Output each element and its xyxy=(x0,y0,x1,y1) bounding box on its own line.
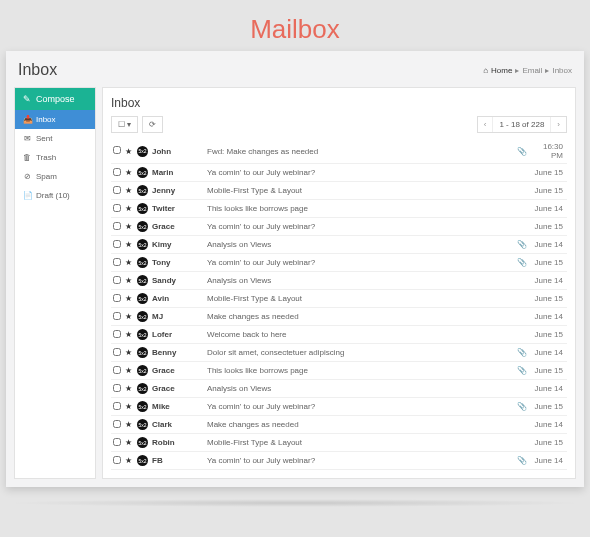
sidebar-item-trash[interactable]: 🗑Trash xyxy=(15,148,95,167)
subject: Mobile-First Type & Layout xyxy=(205,290,515,308)
table-row[interactable]: ★5x2MikeYa comin' to our July webinar?📎J… xyxy=(111,398,567,416)
row-checkbox[interactable] xyxy=(113,438,121,446)
table-row[interactable]: ★5x2FBYa comin' to our July webinar?📎Jun… xyxy=(111,452,567,470)
date: June 14 xyxy=(529,308,567,326)
row-checkbox[interactable] xyxy=(113,366,121,374)
attachment-icon xyxy=(515,434,529,452)
star-icon[interactable]: ★ xyxy=(123,218,135,236)
table-row[interactable]: ★5x2ClarkMake changes as neededJune 14 xyxy=(111,416,567,434)
star-icon[interactable]: ★ xyxy=(123,164,135,182)
row-checkbox[interactable] xyxy=(113,330,121,338)
row-checkbox[interactable] xyxy=(113,456,121,464)
table-row[interactable]: ★5x2GraceThis looks like borrows page📎Ju… xyxy=(111,362,567,380)
pager-next[interactable]: › xyxy=(551,117,566,132)
sender-name: Marin xyxy=(150,164,205,182)
table-row[interactable]: ★5x2TonyYa comin' to our July webinar?📎J… xyxy=(111,254,567,272)
star-icon[interactable]: ★ xyxy=(123,200,135,218)
date: June 14 xyxy=(529,236,567,254)
avatar: 5x2 xyxy=(137,401,148,412)
star-icon[interactable]: ★ xyxy=(123,254,135,272)
table-row[interactable]: ★5x2JohnFwd: Make changes as needed📎16:3… xyxy=(111,139,567,164)
table-row[interactable]: ★5x2MJMake changes as neededJune 14 xyxy=(111,308,567,326)
avatar: 5x2 xyxy=(137,293,148,304)
row-checkbox[interactable] xyxy=(113,240,121,248)
main-panel: Inbox ☐▾ ⟳ ‹ 1 - 18 of 228 › ★5x2JohnFwd… xyxy=(102,87,576,479)
date: June 15 xyxy=(529,398,567,416)
table-row[interactable]: ★5x2GraceYa comin' to our July webinar?J… xyxy=(111,218,567,236)
sidebar-item-draft[interactable]: 📄Draft (10) xyxy=(15,186,95,205)
subject: Fwd: Make changes as needed xyxy=(205,139,515,164)
row-checkbox[interactable] xyxy=(113,204,121,212)
star-icon[interactable]: ★ xyxy=(123,326,135,344)
table-row[interactable]: ★5x2MarinYa comin' to our July webinar?J… xyxy=(111,164,567,182)
breadcrumb-inbox: Inbox xyxy=(552,66,572,75)
table-row[interactable]: ★5x2GraceAnalysis on ViewsJune 14 xyxy=(111,380,567,398)
subject: This looks like borrows page xyxy=(205,200,515,218)
subject: Dolor sit amet, consectetuer adipiscing xyxy=(205,344,515,362)
attachment-icon xyxy=(515,200,529,218)
pencil-icon: ✎ xyxy=(23,94,31,104)
row-checkbox[interactable] xyxy=(113,276,121,284)
row-checkbox[interactable] xyxy=(113,402,121,410)
breadcrumb-email[interactable]: Email xyxy=(522,66,542,75)
select-all-button[interactable]: ☐▾ xyxy=(111,116,138,133)
row-checkbox[interactable] xyxy=(113,168,121,176)
date: June 14 xyxy=(529,272,567,290)
star-icon[interactable]: ★ xyxy=(123,139,135,164)
star-icon[interactable]: ★ xyxy=(123,182,135,200)
attachment-icon xyxy=(515,326,529,344)
row-checkbox[interactable] xyxy=(113,258,121,266)
sidebar-item-sent[interactable]: ✉Sent xyxy=(15,129,95,148)
subject: Ya comin' to our July webinar? xyxy=(205,254,515,272)
sidebar-item-inbox[interactable]: 📥Inbox xyxy=(15,110,95,129)
pager-prev[interactable]: ‹ xyxy=(478,117,494,132)
star-icon[interactable]: ★ xyxy=(123,272,135,290)
compose-button[interactable]: ✎ Compose xyxy=(15,88,95,110)
pager: ‹ 1 - 18 of 228 › xyxy=(477,116,567,133)
refresh-button[interactable]: ⟳ xyxy=(142,116,163,133)
star-icon[interactable]: ★ xyxy=(123,290,135,308)
table-row[interactable]: ★5x2JennyMobile-First Type & LayoutJune … xyxy=(111,182,567,200)
row-checkbox[interactable] xyxy=(113,222,121,230)
sidebar-item-label: Trash xyxy=(36,153,56,162)
row-checkbox[interactable] xyxy=(113,384,121,392)
page-heading: Inbox xyxy=(18,61,57,79)
date: June 14 xyxy=(529,344,567,362)
avatar: 5x2 xyxy=(137,275,148,286)
sender-name: Grace xyxy=(150,218,205,236)
row-checkbox[interactable] xyxy=(113,294,121,302)
row-checkbox[interactable] xyxy=(113,420,121,428)
star-icon[interactable]: ★ xyxy=(123,434,135,452)
star-icon[interactable]: ★ xyxy=(123,344,135,362)
row-checkbox[interactable] xyxy=(113,186,121,194)
sender-name: Mike xyxy=(150,398,205,416)
star-icon[interactable]: ★ xyxy=(123,362,135,380)
refresh-icon: ⟳ xyxy=(149,120,156,129)
sender-name: Tony xyxy=(150,254,205,272)
table-row[interactable]: ★5x2RobinMobile-First Type & LayoutJune … xyxy=(111,434,567,452)
sender-name: MJ xyxy=(150,308,205,326)
table-row[interactable]: ★5x2BennyDolor sit amet, consectetuer ad… xyxy=(111,344,567,362)
sent-icon: ✉ xyxy=(23,134,31,143)
star-icon[interactable]: ★ xyxy=(123,416,135,434)
subject: Make changes as needed xyxy=(205,416,515,434)
sender-name: Grace xyxy=(150,362,205,380)
star-icon[interactable]: ★ xyxy=(123,308,135,326)
table-row[interactable]: ★5x2AvinMobile-First Type & LayoutJune 1… xyxy=(111,290,567,308)
star-icon[interactable]: ★ xyxy=(123,452,135,470)
star-icon[interactable]: ★ xyxy=(123,236,135,254)
breadcrumb-home[interactable]: Home xyxy=(491,66,512,75)
star-icon[interactable]: ★ xyxy=(123,380,135,398)
row-checkbox[interactable] xyxy=(113,146,121,154)
sender-name: Avin xyxy=(150,290,205,308)
star-icon[interactable]: ★ xyxy=(123,398,135,416)
home-icon[interactable]: ⌂ xyxy=(483,66,488,75)
table-row[interactable]: ★5x2TwiterThis looks like borrows pageJu… xyxy=(111,200,567,218)
table-row[interactable]: ★5x2KimyAnalysis on Views📎June 14 xyxy=(111,236,567,254)
table-row[interactable]: ★5x2SandyAnalysis on ViewsJune 14 xyxy=(111,272,567,290)
row-checkbox[interactable] xyxy=(113,312,121,320)
row-checkbox[interactable] xyxy=(113,348,121,356)
table-row[interactable]: ★5x2LoferWelcome back to hereJune 15 xyxy=(111,326,567,344)
sidebar-item-spam[interactable]: ⊘Spam xyxy=(15,167,95,186)
attachment-icon: 📎 xyxy=(515,398,529,416)
